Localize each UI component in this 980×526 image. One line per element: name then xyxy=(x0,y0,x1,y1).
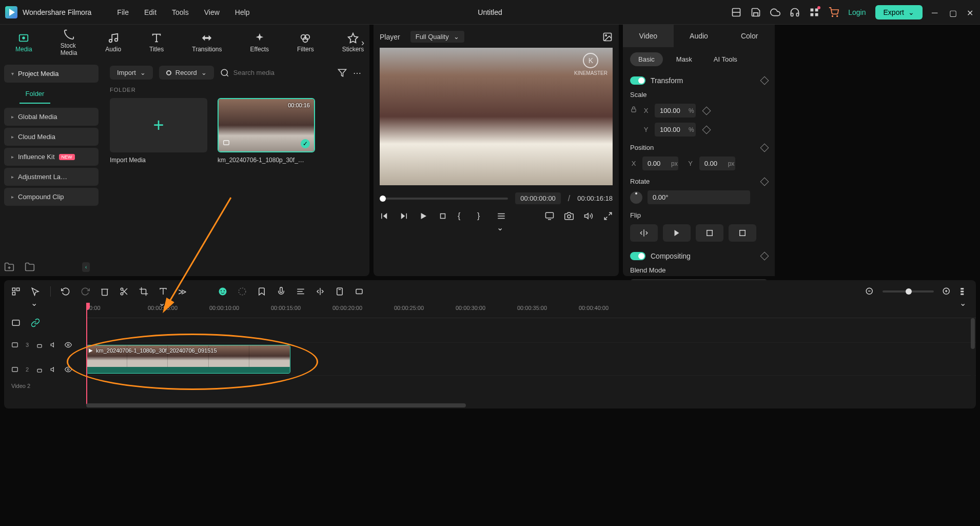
playhead[interactable] xyxy=(86,303,87,405)
lock-icon[interactable] xyxy=(36,341,43,348)
align-icon[interactable] xyxy=(296,287,305,296)
lock-icon[interactable] xyxy=(36,366,43,373)
fit-icon[interactable] xyxy=(355,287,364,296)
link-icon[interactable] xyxy=(630,106,637,115)
track-3-header[interactable]: 3 xyxy=(4,333,86,357)
quality-select[interactable]: Full Quality xyxy=(410,31,464,43)
search-icon[interactable] xyxy=(220,68,229,77)
menu-file[interactable]: File xyxy=(117,8,129,16)
tab-stock-media[interactable]: Stock Media xyxy=(61,29,77,56)
search-input[interactable] xyxy=(233,69,310,76)
close-icon[interactable]: ✕ xyxy=(967,8,975,16)
text-icon[interactable]: ⌄ xyxy=(159,287,168,296)
media-clip-card[interactable]: 00:00:16 ✓ km_20240706-1_1080p_30f_… xyxy=(218,98,315,164)
tab-titles[interactable]: Titles xyxy=(149,32,164,53)
stop-icon[interactable] xyxy=(438,211,447,221)
mark-out-icon[interactable]: } xyxy=(477,211,486,221)
zoom-out-icon[interactable] xyxy=(865,287,874,296)
select-tool-icon[interactable] xyxy=(11,287,21,296)
save-icon[interactable] xyxy=(751,7,761,17)
camera-icon[interactable] xyxy=(564,211,574,221)
play-backward-icon[interactable] xyxy=(399,211,408,221)
cart-icon[interactable] xyxy=(829,7,839,17)
ai-face-icon[interactable] xyxy=(218,287,227,296)
scrub-bar[interactable] xyxy=(380,198,508,200)
compositing-toggle[interactable] xyxy=(630,252,645,260)
export-button[interactable]: Export⌄ xyxy=(875,5,923,20)
layout-icon[interactable] xyxy=(731,7,741,17)
cut-icon[interactable] xyxy=(120,287,129,296)
sidebar-compound-clip[interactable]: ▸Compound Clip xyxy=(4,188,99,206)
menu-tools[interactable]: Tools xyxy=(172,8,189,16)
flip-horizontal-button[interactable] xyxy=(630,224,658,242)
collapse-sidebar-button[interactable]: ‹ xyxy=(82,262,90,272)
playback-options-icon[interactable]: ⌄ xyxy=(497,211,506,221)
speed-icon[interactable] xyxy=(238,287,247,296)
rotate-knob[interactable] xyxy=(630,191,642,204)
tab-transitions[interactable]: Transitions xyxy=(192,32,222,53)
sidebar-adjustment-layer[interactable]: ▸Adjustment La… xyxy=(4,168,99,186)
zoom-handle[interactable] xyxy=(906,288,912,295)
rotate-input[interactable] xyxy=(648,190,750,204)
track-vertical-scrollbar[interactable] xyxy=(971,318,975,398)
subtab-ai-tools[interactable]: AI Tools xyxy=(705,52,746,66)
login-button[interactable]: Login xyxy=(848,8,866,16)
play-icon[interactable] xyxy=(419,211,428,221)
mute-icon[interactable] xyxy=(50,341,57,348)
delete-icon[interactable] xyxy=(100,287,109,296)
more-tools-icon[interactable]: ≫ xyxy=(178,287,187,296)
scrub-handle[interactable] xyxy=(380,196,386,202)
props-tab-color[interactable]: Color xyxy=(724,25,775,47)
transform-toggle[interactable] xyxy=(630,76,645,85)
track-magnet-icon[interactable] xyxy=(31,318,40,327)
sidebar-cloud-media[interactable]: ▸Cloud Media xyxy=(4,128,99,146)
undo-icon[interactable] xyxy=(61,287,70,296)
menu-help[interactable]: Help xyxy=(235,8,250,16)
split-view-icon[interactable] xyxy=(316,287,325,296)
new-bin-icon[interactable] xyxy=(25,262,35,272)
menu-view[interactable]: View xyxy=(204,8,220,16)
keyframe-icon[interactable] xyxy=(760,143,769,152)
redo-icon[interactable] xyxy=(81,287,90,296)
keyframe-icon[interactable] xyxy=(760,177,769,186)
timeline-scrollbar[interactable] xyxy=(86,403,971,407)
timeline-ruler[interactable]: 00:00 00:00:05:00 00:00:10:00 00:00:15:0… xyxy=(86,303,976,318)
flip-vertical-button[interactable] xyxy=(663,224,691,242)
props-tab-audio[interactable]: Audio xyxy=(674,25,724,47)
tab-audio[interactable]: Audio xyxy=(105,32,121,53)
keyframe-icon[interactable] xyxy=(702,125,711,134)
tab-stickers[interactable]: Stickers xyxy=(342,32,364,53)
zoom-slider[interactable] xyxy=(883,290,934,293)
keyframe-icon[interactable] xyxy=(702,106,711,115)
more-icon[interactable]: ⋯ xyxy=(353,68,362,77)
fullscreen-icon[interactable] xyxy=(603,211,613,221)
flip-copy1-button[interactable] xyxy=(696,224,723,242)
player-viewport[interactable]: K KINEMASTER xyxy=(380,48,613,185)
menu-edit[interactable]: Edit xyxy=(144,8,156,16)
sidebar-project-media[interactable]: ▾Project Media xyxy=(4,65,99,83)
mark-in-icon[interactable]: { xyxy=(458,211,467,221)
subtab-mask[interactable]: Mask xyxy=(668,52,700,66)
sidebar-folder-tab[interactable]: Folder xyxy=(19,85,50,104)
cursor-tool-icon[interactable]: ⌄ xyxy=(31,287,40,296)
filter-icon[interactable] xyxy=(338,68,347,77)
tab-filters[interactable]: Filters xyxy=(297,32,314,53)
support-icon[interactable] xyxy=(790,7,800,17)
props-tab-video[interactable]: Video xyxy=(623,25,674,47)
track-link-icon[interactable] xyxy=(11,318,21,327)
mic-icon[interactable] xyxy=(277,287,286,296)
zoom-in-icon[interactable] xyxy=(942,287,951,296)
tracks-area[interactable]: 00:00 00:00:05:00 00:00:10:00 00:00:15:0… xyxy=(86,303,976,405)
subtab-basic[interactable]: Basic xyxy=(630,52,663,66)
cloud-icon[interactable] xyxy=(770,7,780,17)
display-icon[interactable] xyxy=(545,211,554,221)
snapshot-icon[interactable] xyxy=(602,32,613,42)
import-button[interactable]: Import⌄ xyxy=(110,66,153,80)
new-folder-icon[interactable] xyxy=(4,262,14,272)
track-2[interactable]: ▶ km_20240706-1_1080p_30f_20240706_09151… xyxy=(86,343,976,376)
minimize-icon[interactable]: ─ xyxy=(932,8,940,16)
apps-icon[interactable] xyxy=(809,7,819,17)
track-2-header[interactable]: 2 xyxy=(4,357,86,382)
timeline-clip[interactable]: ▶ km_20240706-1_1080p_30f_20240706_09151… xyxy=(86,345,290,374)
keyframe-icon[interactable] xyxy=(760,252,769,261)
